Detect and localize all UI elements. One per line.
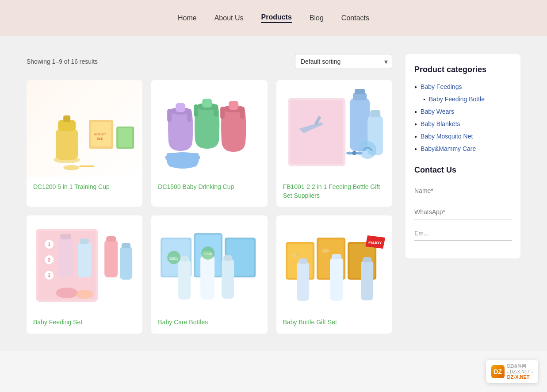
svg-rect-13 xyxy=(167,109,172,122)
category-link-baby-mosquito-net[interactable]: Baby Mosquito Net xyxy=(421,133,473,140)
svg-rect-1 xyxy=(56,129,78,160)
svg-point-10 xyxy=(63,165,79,170)
sort-wrapper: Default sortingSort by popularitySort by… xyxy=(295,54,392,69)
product-svg-3 xyxy=(281,85,388,173)
svg-rect-42 xyxy=(58,238,73,277)
svg-rect-76 xyxy=(298,258,307,264)
product-image-5: Baby Care xyxy=(151,215,267,313)
svg-rect-58 xyxy=(178,260,191,300)
svg-rect-75 xyxy=(297,262,309,301)
product-image-2 xyxy=(151,80,267,177)
product-svg-2 xyxy=(156,85,263,173)
sidebar-card: Product categories Baby Feedings Baby Fe… xyxy=(405,54,520,258)
category-link-baby-wears[interactable]: Baby Wears xyxy=(421,108,454,115)
svg-text:3: 3 xyxy=(48,273,50,278)
product-image-6: ENJOY xyxy=(276,215,392,313)
contact-title: Contact Us xyxy=(414,165,512,175)
product-card-2[interactable]: DC1500 Baby Drinking Cup xyxy=(151,80,267,207)
product-title-5: Baby Care Bottles xyxy=(151,313,267,334)
category-link-baby-mammy-care[interactable]: Baby&Mammy Care xyxy=(421,145,476,152)
svg-rect-79 xyxy=(361,261,373,300)
contact-name-input[interactable] xyxy=(414,184,512,198)
product-title-2: DC1500 Baby Drinking Cup xyxy=(151,177,267,198)
category-item-baby-feeding-bottle[interactable]: Baby Feeding Bottle xyxy=(414,96,512,103)
svg-text:2: 2 xyxy=(48,257,50,262)
nav-contacts[interactable]: Contacts xyxy=(341,14,369,22)
category-item-baby-feedings[interactable]: Baby Feedings xyxy=(414,83,512,90)
svg-rect-14 xyxy=(187,109,191,122)
svg-rect-29 xyxy=(355,89,365,94)
nav-about[interactable]: About Us xyxy=(214,14,244,22)
svg-rect-21 xyxy=(220,107,225,119)
svg-rect-63 xyxy=(223,255,232,261)
product-card-5[interactable]: Baby Care Baby Care Bottles xyxy=(151,215,267,334)
product-title-4: Baby Feeding Set xyxy=(27,313,142,334)
product-svg-6: ENJOY xyxy=(281,220,388,308)
svg-point-81 xyxy=(296,253,299,256)
svg-text:HONEY: HONEY xyxy=(94,132,107,136)
product-card-4[interactable]: 1 2 3 xyxy=(27,215,142,334)
product-title-1: DC1200 5 in 1 Training Cup xyxy=(27,177,142,198)
svg-rect-26 xyxy=(290,100,343,164)
category-link-baby-blankets[interactable]: Baby Blankets xyxy=(421,120,460,127)
category-list: Baby Feedings Baby Feeding Bottle Baby W… xyxy=(414,83,512,152)
svg-rect-49 xyxy=(106,236,116,242)
product-title-3: FB1001-2 2 in 1 Feeding Bottle Gift Set … xyxy=(276,177,392,207)
products-grid: HONEY BEE DC1200 5 in 1 Training Cup xyxy=(27,80,392,334)
contact-email-input[interactable] xyxy=(414,226,512,241)
svg-rect-15 xyxy=(176,103,185,112)
sidebar: Product categories Baby Feedings Baby Fe… xyxy=(405,54,520,334)
category-item-baby-mosquito-net[interactable]: Baby Mosquito Net xyxy=(414,133,512,140)
contact-whatsapp-input[interactable] xyxy=(414,205,512,219)
svg-text:Baby: Baby xyxy=(169,256,179,261)
category-item-baby-wears[interactable]: Baby Wears xyxy=(414,108,512,115)
categories-title: Product categories xyxy=(414,65,512,74)
nav-blog[interactable]: Blog xyxy=(310,14,324,22)
site-header: Home About Us Products Blog Contacts xyxy=(0,0,547,36)
svg-text:1: 1 xyxy=(48,242,50,247)
contact-form xyxy=(414,184,512,247)
product-image-3 xyxy=(276,80,392,177)
svg-rect-18 xyxy=(214,104,218,117)
product-title-6: Baby Bottle Gift Set xyxy=(276,313,392,334)
svg-text:Care: Care xyxy=(204,252,213,256)
svg-point-46 xyxy=(56,288,78,298)
product-svg-4: 1 2 3 xyxy=(31,220,138,308)
product-card-3[interactable]: FB1001-2 2 in 1 Feeding Bottle Gift Set … xyxy=(276,80,392,207)
svg-rect-77 xyxy=(330,257,343,301)
svg-text:ENJOY: ENJOY xyxy=(368,241,382,245)
product-image-4: 1 2 3 xyxy=(27,215,142,313)
svg-rect-51 xyxy=(122,243,130,248)
main-content: Showing 1–9 of 16 results Default sortin… xyxy=(0,36,547,351)
svg-rect-78 xyxy=(332,254,341,259)
svg-text:BEE: BEE xyxy=(97,137,103,140)
svg-rect-43 xyxy=(60,234,71,239)
svg-rect-3 xyxy=(63,115,70,122)
content-wrapper: Showing 1–9 of 16 results Default sortin… xyxy=(27,54,520,334)
svg-rect-17 xyxy=(194,104,198,117)
svg-rect-60 xyxy=(200,255,214,300)
svg-rect-19 xyxy=(202,99,212,108)
product-svg-5: Baby Care xyxy=(156,220,263,308)
svg-rect-80 xyxy=(363,257,371,262)
svg-point-33 xyxy=(352,151,356,155)
svg-point-47 xyxy=(76,290,93,299)
product-svg-1: HONEY BEE xyxy=(31,85,138,173)
category-item-baby-mammy-care[interactable]: Baby&Mammy Care xyxy=(414,145,512,152)
svg-rect-22 xyxy=(240,107,245,119)
product-card-1[interactable]: HONEY BEE DC1200 5 in 1 Training Cup xyxy=(27,80,142,207)
svg-rect-44 xyxy=(78,242,91,277)
svg-rect-23 xyxy=(229,101,238,110)
product-card-6[interactable]: ENJOY xyxy=(276,215,392,334)
sort-select[interactable]: Default sortingSort by popularitySort by… xyxy=(295,54,392,69)
svg-rect-45 xyxy=(80,238,89,244)
svg-rect-59 xyxy=(180,256,189,261)
nav-home[interactable]: Home xyxy=(178,14,197,22)
svg-rect-31 xyxy=(370,110,380,117)
nav-products[interactable]: Products xyxy=(261,13,291,23)
category-link-baby-feedings[interactable]: Baby Feedings xyxy=(421,83,462,90)
category-item-baby-blankets[interactable]: Baby Blankets xyxy=(414,120,512,127)
category-link-baby-feeding-bottle[interactable]: Baby Feeding Bottle xyxy=(429,96,485,103)
svg-point-32 xyxy=(359,141,376,159)
svg-rect-62 xyxy=(222,259,234,299)
